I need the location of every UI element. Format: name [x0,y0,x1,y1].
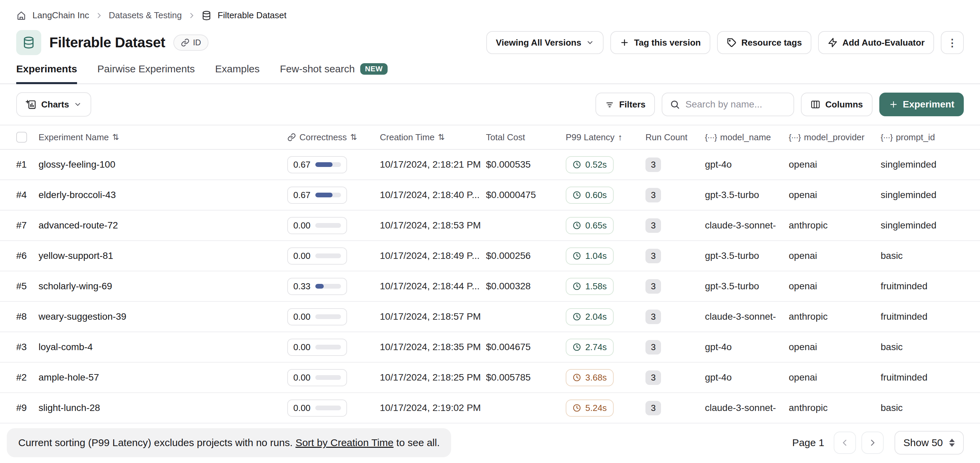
table-row[interactable]: #5 scholarly-wing-69 0.33 10/17/2024, 2:… [0,271,980,302]
latency-pill: 0.65s [566,217,614,234]
run-count-badge: 3 [646,371,661,385]
latency-value: 0.52s [585,159,607,170]
prev-page-button[interactable] [834,431,856,454]
tag-icon [727,38,737,48]
table-row[interactable]: #1 glossy-feeling-100 0.67 10/17/2024, 2… [0,150,980,180]
correctness-cell: 0.00 [287,399,347,417]
correctness-value: 0.67 [293,190,310,200]
chevron-right-icon [868,438,877,447]
model-name: gpt-4o [705,159,789,170]
table-row[interactable]: #6 yellow-support-81 0.00 10/17/2024, 2:… [0,241,980,271]
charts-dropdown[interactable]: Charts [16,92,91,116]
page-indicator: Page 1 [792,437,824,449]
bar-chart-icon [26,99,37,110]
breadcrumb-section[interactable]: Datasets & Testing [109,10,182,21]
page-size-select[interactable]: Show 50 [894,431,964,455]
table-row[interactable]: #9 slight-lunch-28 0.00 10/17/2024, 2:19… [0,393,980,423]
row-menu-button[interactable]: ⋮ [961,371,968,384]
sort-by-creation-time-link[interactable]: Sort by Creation Time [295,437,393,448]
app-window: LangChain Inc Datasets & Testing Filtera… [0,0,980,463]
zap-icon [827,38,838,48]
breadcrumb-org[interactable]: LangChain Inc [32,10,89,21]
row-menu-button[interactable]: ⋮ [961,340,968,354]
column-header-p99-latency[interactable]: P99 Latency ↑ [566,132,646,143]
experiment-name-link[interactable]: ample-hole-57 [38,372,287,383]
tag-version-button[interactable]: Tag this version [610,31,710,54]
chevron-down-icon [74,100,82,108]
sort-icon[interactable]: ⇅ [112,132,119,142]
row-menu-button[interactable]: ⋮ [961,249,968,263]
experiment-name-link[interactable]: yellow-support-81 [38,250,287,261]
correctness-bar [315,375,341,380]
model-provider: openai [789,250,881,261]
prompt-id: basic [881,403,961,413]
resource-tags-button[interactable]: Resource tags [717,31,811,54]
creation-time: 10/17/2024, 2:18:49 P... [380,250,486,261]
search-input[interactable] [685,99,786,110]
page-header: Filterable Dataset ID Viewing All Versio… [0,26,980,56]
next-page-button[interactable] [861,431,884,454]
sort-asc-icon[interactable]: ↑ [618,132,622,143]
link-icon [287,133,296,142]
experiment-name-link[interactable]: advanced-route-72 [38,220,287,231]
table-row[interactable]: #4 elderly-broccoli-43 0.67 10/17/2024, … [0,180,980,210]
correctness-bar [315,314,341,319]
clock-icon [573,404,581,412]
row-menu-button[interactable]: ⋮ [961,280,968,293]
model-name: claude-3-sonnet- [705,311,789,322]
latency-pill: 0.52s [566,156,614,173]
column-header-model-name[interactable]: {···} model_name [705,132,789,143]
row-menu-button[interactable]: ⋮ [961,188,968,202]
latency-pill: 1.58s [566,278,614,295]
table-row[interactable]: #8 weary-suggestion-39 0.00 10/17/2024, … [0,302,980,332]
experiment-name-link[interactable]: weary-suggestion-39 [38,311,287,322]
row-menu-button[interactable]: ⋮ [961,219,968,232]
header-more-menu-button[interactable]: ⋮ [941,31,964,54]
model-name: gpt-3.5-turbo [705,250,789,261]
total-cost: $0.005785 [486,372,566,383]
row-index: #9 [16,403,38,413]
breadcrumb-current: Filterable Dataset [218,10,286,21]
add-auto-evaluator-button[interactable]: Add Auto-Evaluator [818,31,934,54]
select-all-checkbox[interactable] [16,132,27,143]
new-experiment-button[interactable]: Experiment [879,92,964,116]
tab-few-shot-search[interactable]: Few-shot search NEW [280,63,387,84]
experiment-name-link[interactable]: loyal-comb-4 [38,342,287,353]
column-header-model-provider[interactable]: {···} model_provider [789,132,881,143]
home-icon[interactable] [16,11,26,21]
column-header-correctness[interactable]: Correctness ⇅ [287,132,380,143]
tab-examples[interactable]: Examples [215,63,260,84]
row-menu-button[interactable]: ⋮ [961,158,968,171]
experiment-name-link[interactable]: slight-lunch-28 [38,403,287,413]
sort-icon[interactable]: ⇅ [438,132,445,142]
sort-icon[interactable]: ⇅ [350,132,357,142]
versions-dropdown[interactable]: Viewing All Versions [486,31,603,54]
link-icon [181,38,189,47]
experiment-name-link[interactable]: elderly-broccoli-43 [38,189,287,200]
column-header-creation-time[interactable]: Creation Time ⇅ [380,132,486,143]
experiment-name-link[interactable]: glossy-feeling-100 [38,159,287,170]
table-body: #1 glossy-feeling-100 0.67 10/17/2024, 2… [0,150,980,423]
table-row[interactable]: #3 loyal-comb-4 0.00 10/17/2024, 2:18:35… [0,332,980,363]
braces-icon: {···} [789,132,800,142]
column-header-total-cost[interactable]: Total Cost [486,132,566,143]
column-header-run-count[interactable]: Run Count [646,132,705,143]
experiment-name-link[interactable]: scholarly-wing-69 [38,281,287,292]
latency-pill: 1.04s [566,247,614,265]
tab-pairwise-experiments[interactable]: Pairwise Experiments [97,63,195,84]
toolbar: Charts Filters Colum [0,84,980,125]
filters-button[interactable]: Filters [595,92,655,116]
correctness-value: 0.00 [293,372,310,383]
table-row[interactable]: #7 advanced-route-72 0.00 10/17/2024, 2:… [0,210,980,241]
columns-button[interactable]: Columns [801,92,872,116]
column-header-experiment-name[interactable]: Experiment Name ⇅ [38,132,287,143]
tab-experiments[interactable]: Experiments [16,63,77,84]
creation-time: 10/17/2024, 2:18:53 PM [380,220,486,231]
row-menu-button[interactable]: ⋮ [961,401,968,415]
table-row[interactable]: #2 ample-hole-57 0.00 10/17/2024, 2:18:2… [0,363,980,393]
column-header-prompt-id[interactable]: {···} prompt_id [881,132,961,143]
correctness-cell: 0.00 [287,339,347,356]
row-menu-button[interactable]: ⋮ [961,310,968,323]
model-name: claude-3-sonnet- [705,220,789,231]
copy-id-button[interactable]: ID [173,35,208,51]
